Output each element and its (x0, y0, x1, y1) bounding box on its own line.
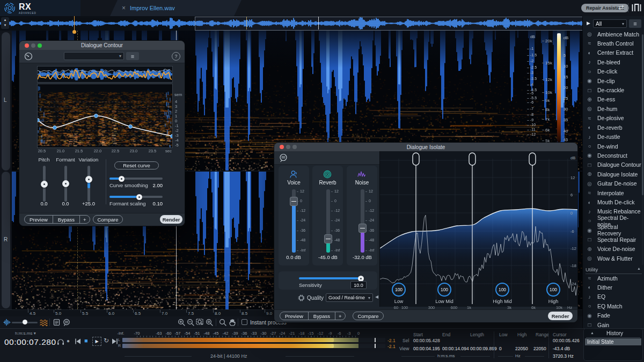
wave-spect-blend-thumb[interactable] (23, 320, 27, 324)
sidebar-item-de-crackle[interactable]: □De-crackle (586, 86, 642, 95)
instant-process-checkbox[interactable] (241, 319, 247, 325)
module-filter-dropdown[interactable]: All ▾ (593, 19, 627, 28)
sidebar-item-de-hum[interactable]: ◎De-hum (586, 104, 642, 113)
sidebar-item-spectral-repair[interactable]: □Spectral Repair (586, 235, 642, 244)
voice-fader-thumb[interactable] (290, 197, 298, 206)
sidebar-item-center-extract[interactable]: ◐Center Extract (586, 48, 642, 57)
history-item[interactable]: Initial State (585, 338, 641, 345)
sensitivity-value-box[interactable]: 10.0 (350, 281, 367, 289)
module-menu-button[interactable]: ≡ (629, 19, 641, 28)
sidebar-item-dialogue-isolate[interactable]: ⊕Dialogue Isolate (586, 169, 642, 179)
sensitivity-thumb[interactable] (358, 276, 364, 282)
close-tab-icon[interactable]: × (122, 4, 126, 12)
sidebar-item-de-wind[interactable]: ○De-wind (586, 142, 642, 151)
close-window-button[interactable] (280, 145, 284, 149)
sidebar-item-fade[interactable]: ◉Fade (586, 311, 642, 320)
utility-section-header[interactable]: Utility ▲ (586, 267, 642, 274)
history-collapse-icon[interactable]: ▲ (590, 331, 594, 335)
variation-thumb[interactable] (85, 176, 92, 183)
grab-tool-icon[interactable] (229, 319, 236, 326)
spectrum-graph[interactable] (380, 151, 578, 307)
pitch-curve-overlay[interactable] (38, 84, 172, 147)
chevron-up-icon[interactable]: ▴ (4, 18, 6, 21)
clip-list-icon[interactable] (53, 319, 60, 326)
sidebar-item-mouth-de-click[interactable]: ◐Mouth De-click (586, 198, 642, 207)
noise-fader-thumb[interactable] (358, 224, 367, 233)
go-to-end-button[interactable] (112, 338, 118, 344)
sidebar-item-dither[interactable]: ◐Dither (586, 283, 642, 292)
loop-button[interactable]: ↻ (104, 337, 109, 344)
collapse-up-icon[interactable]: ▲ (637, 267, 641, 270)
spectrogram-colorbar[interactable] (557, 33, 561, 142)
sidebar-item-de-click[interactable]: ○De-click (586, 67, 642, 76)
chevron-down-icon[interactable]: ▾ (34, 331, 36, 336)
sidebar-item-ambience-match[interactable]: ◎Ambience Match (586, 29, 642, 39)
reset-curve-button[interactable]: Reset curve (114, 161, 159, 169)
compare-button[interactable]: Compare (353, 312, 384, 320)
waveform-view-icon[interactable] (3, 319, 11, 326)
zoom-window-button[interactable] (292, 145, 297, 149)
reverb-fader-thumb[interactable] (324, 234, 332, 243)
close-window-button[interactable] (25, 43, 29, 48)
sidebar-item-de-plosive[interactable]: ≈De-plosive (586, 114, 642, 123)
preset-menu-button[interactable]: ≡ (126, 52, 139, 60)
sidebar-item-guitar-de-noise[interactable]: ◎Guitar De-noise (586, 179, 642, 188)
sidebar-item-dialogue-contour[interactable]: □Dialogue Contour (586, 160, 642, 169)
help-button[interactable]: ? (172, 52, 180, 61)
low-band-knob[interactable]: 100 (392, 283, 406, 297)
meter-bar-l[interactable] (122, 338, 385, 342)
zoom-to-selection-icon[interactable] (196, 319, 204, 326)
time-display[interactable]: 00:00:07.280 (4, 337, 56, 347)
contour-waveform-canvas[interactable] (38, 67, 172, 82)
render-button[interactable]: Render (548, 312, 573, 320)
add-preview-button[interactable]: + (79, 216, 90, 223)
overview-resize-control[interactable]: ▴ ▾ (1, 17, 9, 29)
formant-thumb[interactable] (62, 180, 69, 187)
sidebar-item-de-ess[interactable]: ⊕De-ess (586, 95, 642, 104)
contour-titlebar[interactable]: Dialogue Contour (19, 41, 185, 50)
meter-bar-r[interactable] (122, 344, 385, 348)
reference-sync-icon[interactable]: ⇄ (618, 3, 624, 11)
add-preview-button[interactable]: + (335, 312, 345, 320)
zoom-out-icon[interactable] (187, 319, 194, 326)
sidebar-item-de-clip[interactable]: ◉De-clip (586, 76, 642, 85)
sidebar-item-wow-flutter[interactable]: ◎Wow & Flutter (586, 254, 642, 263)
high-band-knob[interactable]: 100 (546, 283, 560, 297)
formant-scaling-thumb[interactable] (136, 194, 142, 200)
sidebar-item-eq[interactable]: ♪EQ (586, 292, 642, 301)
overview-selection[interactable] (195, 17, 586, 31)
time-format-label[interactable]: h:m:s.ms ▾ (15, 331, 36, 336)
spectrogram-view-icon[interactable] (40, 319, 48, 326)
go-to-start-button[interactable] (75, 338, 81, 344)
record-button[interactable]: ● (67, 338, 70, 344)
monitor-icon[interactable] (57, 338, 64, 345)
zoom-window-button[interactable] (38, 43, 42, 48)
preset-dropdown[interactable]: ▾ (64, 52, 124, 60)
pitch-thumb[interactable] (41, 181, 48, 188)
sidebar-item-de-reverb[interactable]: ◐De-reverb (586, 123, 642, 132)
sidebar-item-azimuth[interactable]: ≈Azimuth (586, 274, 642, 283)
minimize-window-button[interactable] (31, 43, 35, 48)
formant-scaling-value[interactable]: 0.10 (148, 201, 163, 206)
curve-smoothing-thumb[interactable] (119, 176, 125, 182)
sidebar-play-icon[interactable]: ▶ (587, 20, 590, 26)
isolate-spectrum[interactable] (379, 151, 578, 307)
comments-icon[interactable] (63, 319, 70, 326)
file-tab[interactable]: × Improv Ellen.wav (110, 0, 241, 16)
preview-button[interactable]: Preview (280, 312, 308, 320)
overview-strip[interactable]: ▴ ▾ (0, 16, 644, 31)
stop-button[interactable]: ■ (84, 337, 88, 344)
zoom-in-icon[interactable] (178, 319, 185, 326)
bypass-button[interactable]: Bypass (308, 312, 335, 320)
collapse-panel-icon[interactable]: ◀ (375, 294, 378, 299)
isolate-titlebar[interactable]: Dialogue Isolate (274, 143, 577, 151)
play-button[interactable]: ▶ (92, 337, 101, 346)
preview-button[interactable]: Preview (25, 216, 53, 223)
sidebar-item-spectral-recovery[interactable]: ◉Spectral Recovery (586, 226, 642, 235)
sidebar-item-de-rustle[interactable]: ♪De-rustle (586, 132, 642, 142)
high-mid-band-knob[interactable]: 100 (495, 283, 509, 297)
overview-playhead[interactable] (74, 16, 75, 31)
minimize-window-button[interactable] (286, 145, 290, 149)
overview-playhead-dot[interactable] (72, 30, 76, 34)
sidebar-item-interpolate[interactable]: ≈Interpolate (586, 188, 642, 197)
